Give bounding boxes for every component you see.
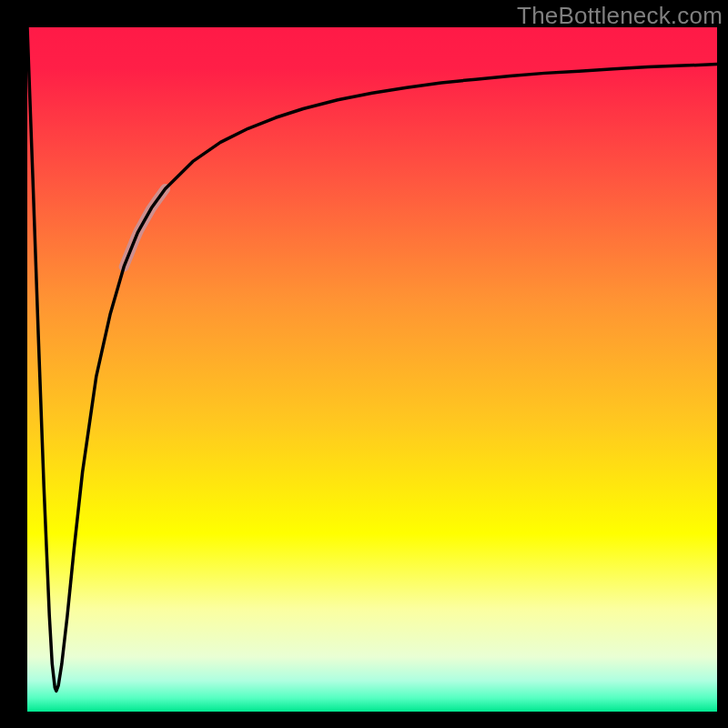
frame-border-left — [0, 0, 27, 728]
bottleneck-chart — [0, 0, 728, 728]
frame-border-right — [717, 0, 728, 728]
plot-background — [27, 27, 717, 712]
watermark-label: TheBottleneck.com — [517, 2, 723, 30]
chart-container: TheBottleneck.com — [0, 0, 728, 728]
frame-border-bottom — [0, 712, 728, 728]
